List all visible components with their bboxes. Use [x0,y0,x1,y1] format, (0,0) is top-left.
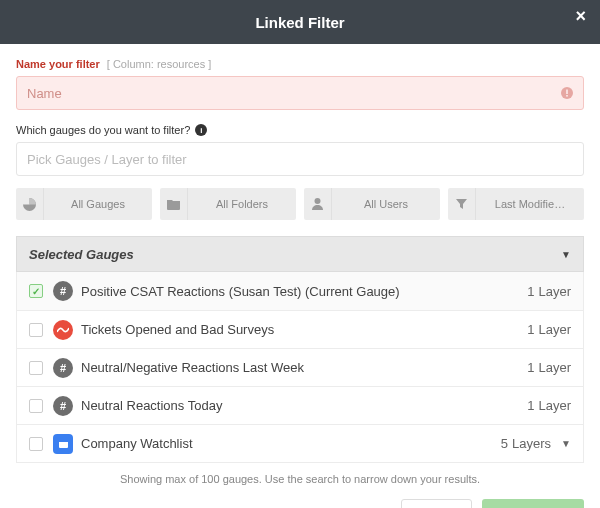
gauge-count: 5 [501,436,508,451]
folder-icon [160,188,188,220]
gauge-name: Neutral Reactions Today [81,398,527,413]
gauge-unit: Layers [512,436,551,451]
chart-icon [53,320,73,340]
gauge-name: Positive CSAT Reactions (Susan Test) (Cu… [81,284,527,299]
modal-title: Linked Filter [255,14,344,31]
selected-gauges-header[interactable]: Selected Gauges ▼ [16,236,584,272]
filter-label: All Gauges [44,198,152,210]
gauge-unit: Layer [538,360,571,375]
gauge-unit: Layer [538,322,571,337]
gauge-question-row: Which gauges do you want to filter? i [16,124,584,136]
warning-icon [561,87,573,99]
gauge-checkbox[interactable] [29,361,43,375]
filter-all-folders[interactable]: All Folders [160,188,296,220]
create-filter-button[interactable]: Create Filter [482,499,584,508]
svg-rect-2 [566,95,568,97]
gauge-row[interactable]: Company Watchlist 5 Layers ▼ [17,424,583,462]
gauge-count: 1 [527,360,534,375]
name-sublabel: [ Column: resources ] [107,58,212,70]
modal-header: Linked Filter × [0,0,600,44]
gauge-count: 1 [527,398,534,413]
hash-icon: # [53,281,73,301]
svg-rect-5 [59,440,68,442]
gauge-checkbox[interactable] [29,323,43,337]
modal-footer: Cancel Create Filter [0,499,600,508]
gauge-unit: Layer [538,284,571,299]
chevron-down-icon: ▼ [561,249,571,260]
hash-icon: # [53,396,73,416]
filter-label: All Users [332,198,440,210]
gauge-checkbox[interactable] [29,399,43,413]
filter-last-modified[interactable]: Last Modifie… [448,188,584,220]
gauge-row[interactable]: Tickets Opened and Bad Surveys 1 Layer [17,310,583,348]
gauge-row[interactable]: # Neutral/Negative Reactions Last Week 1… [17,348,583,386]
filter-all-gauges[interactable]: All Gauges [16,188,152,220]
filter-all-users[interactable]: All Users [304,188,440,220]
gauge-question: Which gauges do you want to filter? [16,124,190,136]
name-input-container [16,76,584,110]
gauge-checkbox[interactable] [29,437,43,451]
gauge-count: 1 [527,322,534,337]
calendar-icon [53,434,73,454]
name-label: Name your filter [16,58,100,70]
gauge-row[interactable]: # Neutral Reactions Today 1 Layer [17,386,583,424]
svg-rect-1 [566,90,568,95]
filter-label: Last Modifie… [476,198,584,210]
gauge-list: # Positive CSAT Reactions (Susan Test) (… [16,272,584,463]
gauge-row[interactable]: # Positive CSAT Reactions (Susan Test) (… [17,272,583,310]
funnel-icon [448,188,476,220]
close-icon[interactable]: × [575,6,586,27]
info-icon[interactable]: i [195,124,207,136]
gauge-unit: Layer [538,398,571,413]
modal-body: Name your filter [ Column: resources ] W… [0,44,600,485]
gauge-count: 1 [527,284,534,299]
gauge-checkbox[interactable] [29,284,43,298]
selected-gauges-title: Selected Gauges [29,247,134,262]
gauge-name: Neutral/Negative Reactions Last Week [81,360,527,375]
pie-icon [16,188,44,220]
filter-button-row: All Gauges All Folders All Users Last Mo… [16,188,584,220]
gauge-name: Company Watchlist [81,436,501,451]
linked-filter-modal: Linked Filter × Name your filter [ Colum… [0,0,600,508]
hash-icon: # [53,358,73,378]
svg-point-3 [315,198,321,204]
gauge-name: Tickets Opened and Bad Surveys [81,322,527,337]
filter-name-input[interactable] [27,86,561,101]
cancel-button[interactable]: Cancel [401,499,472,508]
pick-gauges-input[interactable] [16,142,584,176]
filter-label: All Folders [188,198,296,210]
name-label-row: Name your filter [ Column: resources ] [16,58,584,70]
chevron-down-icon[interactable]: ▼ [561,438,571,449]
user-icon [304,188,332,220]
results-note: Showing max of 100 gauges. Use the searc… [16,473,584,485]
